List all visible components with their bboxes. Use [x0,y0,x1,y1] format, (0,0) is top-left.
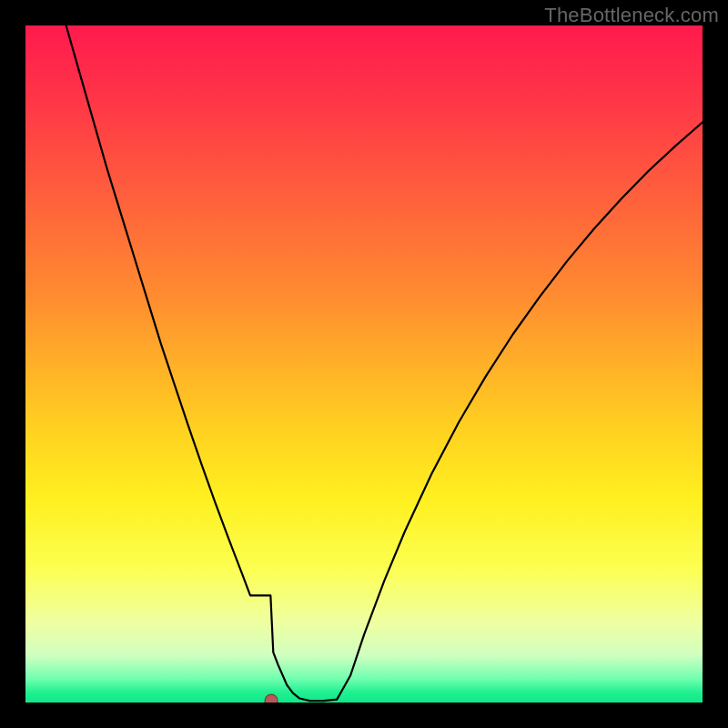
trough-marker [265,694,278,703]
plot-svg [25,25,703,703]
chart-frame: TheBottleneck.com [0,0,728,728]
watermark-text: TheBottleneck.com [544,4,719,27]
plot-area [25,25,703,703]
gradient-background [25,25,703,703]
